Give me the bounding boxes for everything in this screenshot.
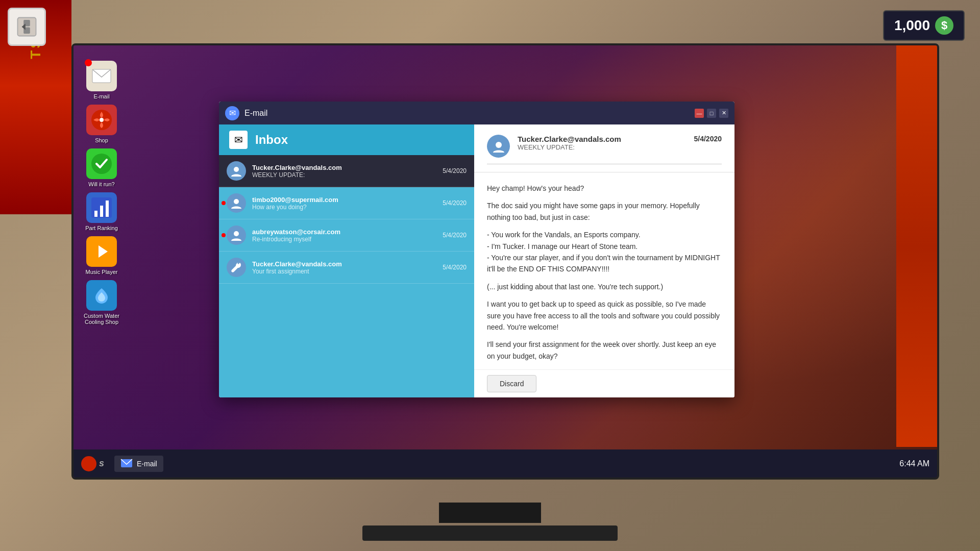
email-body: ✉ Inbox Tucker.Clarke@vandals.com WEEKLY… [219, 124, 734, 397]
email-avatar-3 [227, 226, 246, 245]
email-detail-date: 5/4/2020 [694, 135, 722, 143]
email-sender-4: Tucker.Clarke@vandals.com [252, 260, 436, 268]
email-icon-label: E-mail [93, 93, 109, 99]
right-panel-decoration [896, 45, 937, 447]
desktop-icon-watercooling[interactable]: Custom Water Cooling Shop [81, 280, 122, 325]
email-avatar-1 [227, 161, 246, 181]
svg-point-7 [91, 154, 112, 174]
email-date-2: 5/4/2020 [443, 199, 467, 207]
willitrun-icon-label: Will it run? [88, 181, 114, 187]
email-content: Hey champ! How's your head? The doc said… [474, 172, 734, 369]
desktop-icon-partranking[interactable]: Part Ranking [81, 192, 122, 231]
taskbar-logo-text: s [99, 458, 104, 469]
desktop: E-mail Shop [74, 45, 937, 478]
email-detail-info: Tucker.Clarke@vandals.com WEEKLY UPDATE: [518, 135, 687, 151]
email-body-p3: - You work for the Vandals, an Esports c… [487, 229, 722, 275]
desktop-icon-area: E-mail Shop [81, 61, 122, 325]
email-sender-3: aubreywatson@corsair.com [252, 228, 436, 236]
partranking-app-icon [86, 192, 117, 223]
email-detail-sender: Tucker.Clarke@vandals.com [518, 135, 687, 143]
money-amount: 1,000 [894, 17, 930, 34]
monitor-stand [439, 503, 541, 523]
musicplayer-icon-label: Music Player [86, 269, 118, 275]
close-button[interactable]: ✕ [719, 109, 728, 118]
email-inbox-panel: ✉ Inbox Tucker.Clarke@vandals.com WEEKLY… [219, 124, 474, 397]
email-item-4[interactable]: Tucker.Clarke@vandals.com Your first ass… [219, 252, 474, 284]
money-display: 1,000 $ [883, 10, 965, 41]
svg-point-18 [496, 142, 502, 148]
email-subject-4: Your first assignment [252, 268, 436, 275]
svg-point-6 [100, 118, 104, 122]
email-notification-dot [85, 59, 92, 66]
email-info-4: Tucker.Clarke@vandals.com Your first ass… [252, 260, 436, 275]
taskbar: s E-mail 6:44 AM [74, 449, 937, 478]
email-date-3: 5/4/2020 [443, 232, 467, 239]
watercooling-app-icon [86, 280, 117, 311]
email-window-title: E-mail [244, 109, 690, 118]
shop-icon-label: Shop [95, 137, 108, 143]
svg-point-16 [234, 199, 239, 204]
taskbar-time: 6:44 AM [899, 459, 929, 468]
desktop-icon-email[interactable]: E-mail [81, 61, 122, 99]
desktop-icon-musicplayer[interactable]: Music Player [81, 236, 122, 275]
email-item-2[interactable]: timbo2000@supermail.com How are you doin… [219, 187, 474, 219]
email-divider [487, 164, 722, 164]
email-info-1: Tucker.Clarke@vandals.com WEEKLY UPDATE: [252, 164, 436, 179]
minimize-button[interactable]: — [695, 109, 704, 118]
partranking-icon-label: Part Ranking [85, 225, 118, 231]
email-titlebar: ✉ E-mail — □ ✕ [219, 102, 734, 124]
email-body-p1: Hey champ! How's your head? [487, 183, 722, 194]
taskbar-email-app[interactable]: E-mail [114, 456, 163, 472]
email-detail-meta: Tucker.Clarke@vandals.com WEEKLY UPDATE:… [487, 135, 722, 158]
email-detail-avatar [487, 135, 510, 158]
email-sender-1: Tucker.Clarke@vandals.com [252, 164, 436, 171]
email-date-1: 5/4/2020 [443, 167, 467, 174]
email-info-3: aubreywatson@corsair.com Re-introducing … [252, 228, 436, 243]
maximize-button[interactable]: □ [707, 109, 716, 118]
svg-point-17 [234, 231, 239, 236]
desktop-icon-willitrun[interactable]: Will it run? [81, 148, 122, 187]
inbox-icon: ✉ [229, 131, 248, 149]
willitrun-app-icon [86, 148, 117, 179]
email-detail-panel: Tucker.Clarke@vandals.com WEEKLY UPDATE:… [474, 124, 734, 397]
email-subject-3: Re-introducing myself [252, 236, 436, 243]
email-subject-2: How are you doing? [252, 204, 436, 211]
svg-rect-11 [106, 201, 109, 217]
currency-icon: $ [935, 16, 953, 35]
email-list: Tucker.Clarke@vandals.com WEEKLY UPDATE:… [219, 155, 474, 397]
svg-rect-10 [100, 206, 103, 217]
email-footer: Discard [474, 369, 734, 397]
email-app-icon [86, 61, 117, 91]
email-subject-1: WEEKLY UPDATE: [252, 171, 436, 179]
svg-point-15 [234, 167, 239, 172]
email-body-p6: I'll send your first assignment for the … [487, 339, 722, 362]
email-avatar-4 [227, 258, 246, 277]
email-item-3[interactable]: aubreywatson@corsair.com Re-introducing … [219, 219, 474, 252]
email-window: ✉ E-mail — □ ✕ ✉ Inbox [219, 102, 734, 397]
back-button[interactable] [8, 8, 46, 46]
email-date-4: 5/4/2020 [443, 264, 467, 271]
desktop-icon-shop[interactable]: Shop [81, 105, 122, 143]
inbox-title: Inbox [255, 133, 288, 147]
monitor-stand-base [362, 525, 618, 541]
shop-app-icon [86, 105, 117, 135]
email-body-p5: I want you to get back up to speed as qu… [487, 298, 722, 333]
email-body-p2: The doc said you might have some gaps in… [487, 200, 722, 223]
email-avatar-2 [227, 193, 246, 213]
email-body-p4: (... just kidding about that last one. Y… [487, 281, 722, 292]
svg-rect-9 [94, 211, 97, 217]
inbox-header: ✉ Inbox [219, 124, 474, 155]
email-info-2: timbo2000@supermail.com How are you doin… [252, 196, 436, 211]
taskbar-logo-icon [81, 456, 96, 471]
email-item-1[interactable]: Tucker.Clarke@vandals.com WEEKLY UPDATE:… [219, 155, 474, 187]
monitor: E-mail Shop [71, 43, 939, 480]
watercooling-icon-label: Custom Water Cooling Shop [81, 313, 122, 325]
window-controls: — □ ✕ [695, 109, 728, 118]
email-title-icon: ✉ [225, 106, 239, 120]
taskbar-logo: s [81, 456, 104, 471]
taskbar-email-label: E-mail [137, 460, 157, 468]
email-detail-header: Tucker.Clarke@vandals.com WEEKLY UPDATE:… [474, 124, 734, 172]
email-detail-subject-line: WEEKLY UPDATE: [518, 143, 687, 151]
discard-button[interactable]: Discard [487, 375, 536, 392]
email-sender-2: timbo2000@supermail.com [252, 196, 436, 204]
